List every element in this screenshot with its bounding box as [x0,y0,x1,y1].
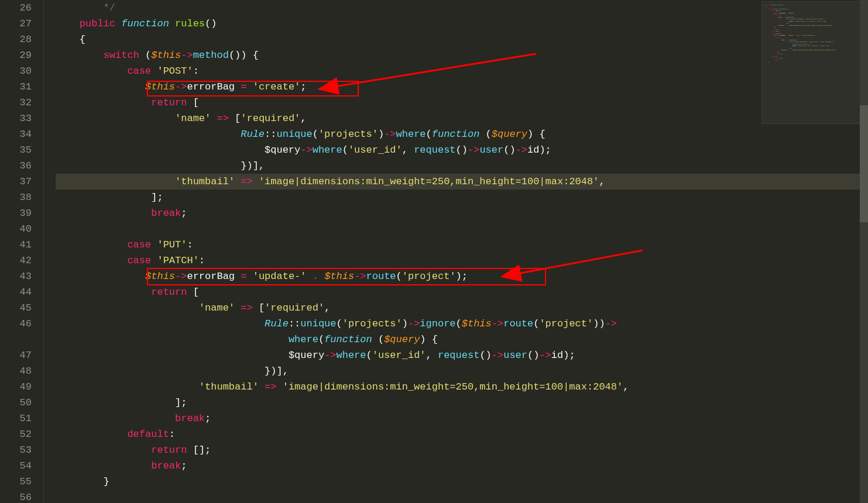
line-number: 56 [0,490,32,503]
code-line[interactable]: 'thumbail' => 'image|dimensions:min_weig… [56,379,868,395]
line-number: 55 [0,474,32,490]
line-number: 35 [0,142,32,158]
line-number: 45 [0,300,32,316]
code-line[interactable]: })], [56,158,868,174]
code-line[interactable]: return []; [56,442,868,458]
line-number: 40 [0,221,32,237]
minimap-content: */ public function rules() { switch ($th… [762,2,867,63]
line-number: 51 [0,411,32,426]
line-number: 49 [0,379,32,395]
line-number: 36 [0,158,32,174]
code-line[interactable]: Rule::unique('projects')->ignore($this->… [56,316,868,347]
line-number: 44 [0,284,32,300]
code-line[interactable] [56,221,868,237]
code-line[interactable]: } [56,474,868,490]
code-line[interactable]: 'name' => ['required', [56,300,868,316]
line-number: 27 [0,16,32,32]
code-line[interactable]: $this->errorBag = 'create'; [56,79,868,95]
code-line[interactable]: $this->errorBag = 'update-' . $this->rou… [56,268,868,284]
code-line[interactable]: ]; [56,395,868,411]
line-number: 26 [0,0,32,16]
line-number: 31 [0,79,32,95]
code-line[interactable]: break; [56,411,868,426]
code-line[interactable]: return [ [56,95,868,111]
code-line[interactable]: $query->where('user_id', request()->user… [56,347,868,363]
line-number: 53 [0,442,32,458]
line-number: 37 [0,174,32,190]
code-line[interactable]: 'name' => ['required', [56,111,868,126]
code-area[interactable]: */ public function rules() { switch ($th… [44,0,868,503]
vertical-scrollbar[interactable] [860,0,868,503]
line-number: 42 [0,253,32,268]
line-number: 41 [0,237,32,253]
code-line[interactable]: { [56,32,868,47]
line-number: 28 [0,32,32,47]
code-line[interactable]: default: [56,426,868,442]
minimap[interactable]: */ public function rules() { switch ($th… [761,1,867,124]
code-line[interactable]: case 'POST': [56,63,868,79]
code-line[interactable]: return [ [56,284,868,300]
line-number: 30 [0,63,32,79]
line-number: 43 [0,268,32,284]
line-number: 38 [0,190,32,205]
code-line[interactable]: */ [56,0,868,16]
line-number: 54 [0,458,32,474]
line-number: 47 [0,347,32,363]
code-line[interactable]: public function rules() [56,16,868,32]
code-line[interactable]: case 'PUT': [56,237,868,253]
line-number: 46 [0,316,32,347]
code-line[interactable]: case 'PATCH': [56,253,868,268]
code-line[interactable]: break; [56,458,868,474]
line-number: 29 [0,47,32,63]
line-number: 50 [0,395,32,411]
code-line[interactable]: $query->where('user_id', request()->user… [56,142,868,158]
code-line[interactable]: Rule::unique('projects')->where(function… [56,126,868,142]
line-number: 39 [0,205,32,221]
line-number: 48 [0,363,32,379]
code-line[interactable]: ]; [56,190,868,205]
line-number: 34 [0,126,32,142]
code-line[interactable]: 'thumbail' => 'image|dimensions:min_weig… [56,174,868,190]
code-line[interactable] [56,490,868,503]
code-editor[interactable]: 2627282930313233343536373839404142434445… [0,0,868,503]
line-number: 32 [0,95,32,111]
code-line[interactable]: switch ($this->method()) { [56,47,868,63]
line-number: 33 [0,111,32,126]
scrollbar-thumb[interactable] [860,105,868,222]
line-number-gutter: 2627282930313233343536373839404142434445… [0,0,44,503]
line-number: 52 [0,426,32,442]
code-line[interactable]: })], [56,363,868,379]
code-line[interactable]: break; [56,205,868,221]
